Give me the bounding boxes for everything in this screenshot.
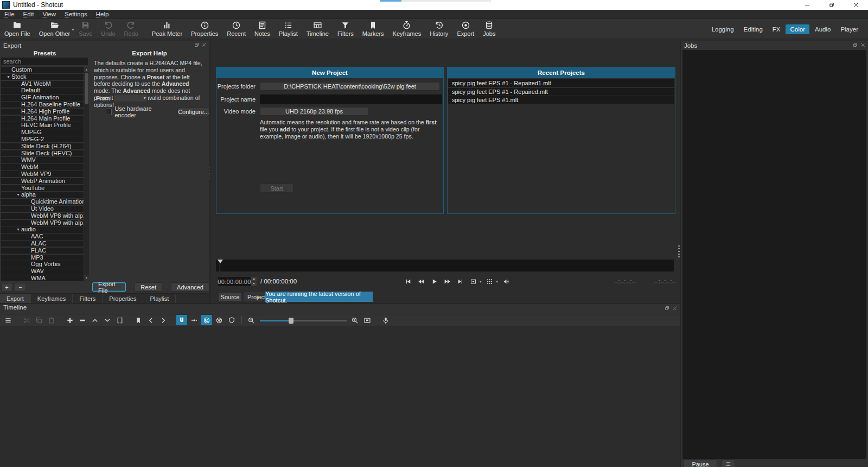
layout-Logging-button[interactable]: Logging [707, 24, 738, 34]
remove-preset-button[interactable]: − [15, 283, 26, 292]
timeline-zoom-fit-button[interactable] [361, 315, 373, 325]
export-file-button[interactable]: Export File [92, 282, 126, 292]
scrollbar-thumb[interactable] [85, 73, 88, 104]
timeline-split-button[interactable] [114, 315, 125, 325]
preset-item[interactable]: H.264 Baseline Profile [1, 102, 84, 108]
tab-Properties[interactable]: Properties [103, 294, 143, 303]
zoom-slider-handle[interactable] [289, 318, 293, 324]
timeline-next-marker-button[interactable] [157, 315, 169, 325]
timeline-marker-button[interactable] [132, 315, 144, 325]
layout-FX-button[interactable]: FX [768, 24, 785, 34]
menu-edit[interactable]: Edit [19, 10, 39, 18]
preset-item[interactable]: Slide Deck (HEVC) [1, 150, 84, 157]
add-preset-button[interactable]: + [1, 283, 12, 292]
grid-button[interactable] [483, 276, 496, 287]
layout-Audio-button[interactable]: Audio [810, 24, 835, 34]
timeline-ripple-delete-button[interactable] [76, 315, 88, 325]
advanced-button[interactable]: Advanced [171, 282, 209, 292]
hardware-encoder-checkbox[interactable] [106, 109, 112, 115]
player-scrubber[interactable] [216, 260, 674, 272]
preset-item[interactable]: H.264 Main Profile [1, 116, 84, 122]
toolbar-export-button[interactable]: Export [452, 19, 478, 39]
timeline-scrub-button[interactable] [188, 315, 200, 325]
panel-close-button[interactable] [672, 305, 678, 311]
preset-item[interactable]: WebM VP8 with alp... [1, 213, 84, 219]
preset-item[interactable]: Custom [1, 67, 84, 73]
preset-item[interactable]: GIF Animation [1, 94, 84, 101]
preset-item[interactable]: ▾Stock [1, 74, 84, 80]
timeline-tracks-area[interactable] [0, 327, 680, 467]
preset-item[interactable]: YouTube [1, 185, 84, 192]
preset-item[interactable]: WAV [1, 268, 84, 275]
scroll-down-icon[interactable]: ▼ [84, 275, 89, 281]
tab-Export[interactable]: Export [0, 294, 31, 303]
timeline-copy-button[interactable] [33, 315, 44, 325]
pause-button[interactable]: Pause [684, 459, 717, 467]
preset-item[interactable]: Slide Deck (H.264) [1, 143, 84, 150]
preset-item[interactable]: Ut Video [1, 206, 84, 212]
toolbar-jobs-button[interactable]: Jobs [478, 19, 500, 39]
tab-Source[interactable]: Source [218, 292, 242, 301]
preset-item[interactable]: MPEG-2 [1, 136, 84, 143]
panel-close-button[interactable] [860, 42, 866, 48]
project-name-input[interactable] [260, 94, 442, 104]
timeline-ripple-all-button[interactable] [213, 315, 225, 325]
scroll-up-icon[interactable]: ▲ [84, 67, 89, 72]
preset-item[interactable]: Ogg Vorbis [1, 261, 84, 268]
toolbar-open-other-button[interactable]: Open Other▾ [35, 19, 74, 39]
preset-item[interactable]: AV1 WebM [1, 81, 84, 87]
timecode-spinner[interactable]: ▲ ▼ [251, 277, 257, 286]
timeline-cut-button[interactable] [21, 315, 32, 325]
timeline-prev-marker-button[interactable] [145, 315, 156, 325]
preset-item[interactable]: WebM VP9 with alp... [1, 220, 84, 226]
toolbar-playlist-button[interactable]: Playlist [275, 19, 302, 39]
fast-forward-button[interactable] [441, 276, 454, 287]
preset-item[interactable]: H.264 High Profile [1, 109, 84, 115]
close-button[interactable] [844, 0, 868, 10]
toolbar-stopwatch-button[interactable]: Keyframes [388, 19, 426, 39]
chevron-down-icon[interactable]: ▾ [480, 280, 482, 284]
timeline-zoom-out-button[interactable] [245, 315, 257, 325]
timeline-zoom-slider[interactable] [260, 316, 347, 325]
preset-item[interactable]: AAC [1, 234, 84, 240]
configure-button[interactable]: Configure... [177, 108, 209, 116]
toolbar-clock-button[interactable]: Recent [222, 19, 250, 39]
video-mode-button[interactable]: UHD 2160p 23.98 fps [260, 107, 368, 116]
layout-Player-button[interactable]: Player [836, 24, 863, 34]
from-select[interactable]: ▾ [113, 94, 148, 102]
jobs-menu-button[interactable] [722, 459, 735, 467]
tab-Filters[interactable]: Filters [73, 294, 103, 303]
spin-down-icon[interactable]: ▼ [251, 282, 257, 286]
timeline-overwrite-button[interactable] [101, 315, 113, 325]
panel-float-button[interactable] [852, 42, 858, 48]
timeline-lift-button[interactable] [89, 315, 100, 325]
recent-project-item[interactable]: spicy pig feet EPS #1 - Repaired.mlt [448, 88, 674, 96]
spin-up-icon[interactable]: ▲ [251, 277, 257, 281]
rewind-button[interactable] [414, 276, 427, 287]
preset-item[interactable]: Default [1, 87, 84, 94]
recent-project-item[interactable]: spicy pig feet EPS #1.mlt [448, 96, 674, 104]
preset-item[interactable]: MP3 [1, 255, 84, 261]
preset-item[interactable]: ▾alpha [1, 192, 84, 198]
timeline-separator-button[interactable] [241, 316, 242, 324]
projects-folder-button[interactable]: D:\CHPSTICK HEAT\content\cooking\52w pig… [260, 82, 440, 91]
preset-scrollbar[interactable]: ▲ ▼ [84, 67, 89, 281]
menu-view[interactable]: View [38, 10, 60, 18]
timecode-display[interactable]: 00:00:00:00 [218, 277, 251, 286]
toolbar-history-button[interactable]: History [425, 19, 452, 39]
timeline-menu-button[interactable] [2, 315, 14, 325]
preset-item[interactable]: WMA [1, 275, 84, 281]
toolbar-save-button[interactable]: Save [74, 19, 97, 39]
preset-item[interactable]: WMV [1, 157, 84, 163]
preset-item[interactable]: WebM [1, 164, 84, 171]
preset-item[interactable]: WebP Animation [1, 178, 84, 185]
preset-item[interactable]: HEVC Main Profile [1, 122, 84, 129]
preset-item[interactable]: FLAC [1, 248, 84, 254]
player-fit-button[interactable] [467, 276, 480, 287]
layout-Editing-button[interactable]: Editing [739, 24, 767, 34]
volume-button[interactable] [500, 276, 513, 287]
toolbar-timeline-button[interactable]: Timeline [302, 19, 333, 39]
update-notice[interactable]: You are running the latest version of Sh… [265, 292, 373, 302]
skip-end-button[interactable] [454, 276, 467, 287]
play-button[interactable] [427, 276, 441, 287]
